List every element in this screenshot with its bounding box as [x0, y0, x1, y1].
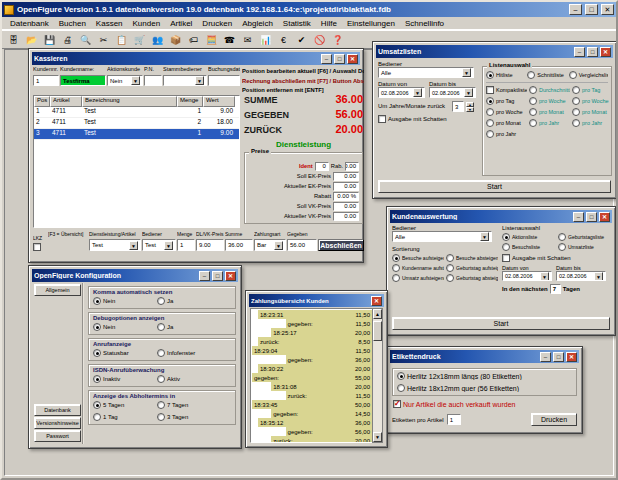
toolbar-icon[interactable]: ☎: [221, 32, 238, 48]
list-item[interactable]: zurück:8,50: [252, 337, 372, 346]
list-item[interactable]: 18:30:2220,00: [252, 364, 372, 373]
scroll-down-icon[interactable]: ▼: [373, 432, 382, 442]
table-row-selected[interactable]: 3 4711 Test 1 9.00: [34, 129, 239, 140]
chevron-down-icon[interactable]: ▼: [413, 88, 422, 97]
kassieren-titlebar[interactable]: Kassieren – □ ✕: [32, 52, 360, 65]
pro-artikel-field[interactable]: 1: [447, 414, 461, 425]
list-item[interactable]: gegeben:11,50: [252, 319, 372, 328]
minimize-button[interactable]: –: [199, 271, 210, 281]
pn-field[interactable]: [144, 75, 162, 86]
aktueller-vk-field[interactable]: 0.00: [333, 212, 359, 221]
menu-item[interactable]: Hilfe: [316, 18, 342, 29]
menu-item[interactable]: Artikel: [165, 18, 197, 29]
list-item[interactable]: gegeben:55,00: [252, 373, 372, 382]
kundenauswertung-titlebar[interactable]: Kundenauswertung – □ ✕: [390, 210, 612, 223]
radio-option[interactable]: Ja: [157, 323, 217, 331]
list-item[interactable]: 18:31:0820,00: [252, 382, 372, 391]
list-item[interactable]: 18:29:0411,50: [252, 346, 372, 355]
payment-list[interactable]: 18:23:3111,50 gegeben:11,50 18:25:1720,0…: [250, 308, 374, 443]
lkz-checkbox[interactable]: [33, 243, 41, 251]
sort-option[interactable]: Besuche aufsteigend: [392, 254, 444, 262]
menu-item[interactable]: Kunden: [128, 18, 166, 29]
maximize-button[interactable]: □: [212, 271, 223, 281]
radio-format-quer[interactable]: Herlitz 18x12mm quer (56 Etiketten): [397, 384, 572, 392]
radio-option[interactable]: 1 Tag: [93, 413, 153, 421]
maximize-button[interactable]: □: [586, 212, 597, 222]
start-button[interactable]: Start: [392, 317, 610, 330]
chevron-down-icon[interactable]: ▼: [274, 241, 283, 250]
radio-format-laengs[interactable]: Herlitz 12x18mm längs (80 Etiketten): [397, 372, 572, 380]
list-item[interactable]: 18:33:4550,00: [252, 400, 372, 409]
jahre-zurueck-field[interactable]: 3: [452, 101, 464, 112]
zahlungsuebersicht-titlebar[interactable]: Zahlungsübersicht Kunden ✕: [249, 294, 384, 307]
maximize-button[interactable]: □: [334, 54, 345, 64]
bediener-select[interactable]: Alle▼: [392, 231, 492, 242]
app-minimize-button[interactable]: –: [569, 4, 582, 15]
konfiguration-titlebar[interactable]: OpenFigure Konfiguration – □ ✕: [32, 269, 238, 282]
start-button[interactable]: Start: [378, 180, 611, 193]
radio-pro-monat[interactable]: pro Monat: [486, 119, 527, 127]
summe-field[interactable]: 36.00: [225, 239, 253, 251]
toolbar-icon[interactable]: 🖨: [59, 32, 76, 48]
ident-field[interactable]: 0: [315, 162, 329, 171]
chevron-down-icon[interactable]: ▼: [594, 272, 603, 281]
list-item[interactable]: zurück:11,50: [252, 391, 372, 400]
table-row[interactable]: 1 4711 Test 1 9.00: [34, 107, 239, 118]
minimize-button[interactable]: –: [574, 47, 585, 57]
nur-verkauft-checkbox[interactable]: Nur Artikel die auch verkauft wurden: [393, 400, 576, 408]
radio-option[interactable]: Aktiv: [157, 375, 217, 383]
scroll-up-icon[interactable]: ▲: [373, 309, 382, 319]
chevron-down-icon[interactable]: ▼: [462, 68, 471, 77]
schatten-checkbox[interactable]: Ausgabe mit Schatten: [502, 254, 612, 262]
chevron-down-icon[interactable]: ▼: [164, 241, 173, 250]
radio-pro-tag[interactable]: pro Tag: [486, 97, 527, 105]
datum-von-select[interactable]: 02.08.2006▼: [502, 271, 552, 281]
radio-option[interactable]: Statusbar: [93, 349, 153, 357]
toolbar-icon[interactable]: 💾: [41, 32, 58, 48]
toolbar-icon[interactable]: 📊: [257, 32, 274, 48]
sort-option[interactable]: Besuche absteigend: [446, 254, 498, 262]
datum-bis-select[interactable]: 02.08.2006▼: [429, 87, 476, 98]
sidebar-item-passwort[interactable]: Passwort: [34, 430, 81, 442]
list-option[interactable]: Umsatzliste: [558, 243, 612, 251]
table-row[interactable]: 2 4711 Test 2 18.00: [34, 118, 239, 129]
close-button[interactable]: ✕: [225, 271, 236, 281]
schatten-checkbox[interactable]: Ausgabe mit Schatten: [378, 115, 478, 123]
kundenname-field[interactable]: Testfirma: [60, 75, 106, 86]
toolbar-icon[interactable]: 🔍: [77, 32, 94, 48]
menu-item[interactable]: Drucken: [197, 18, 237, 29]
scrollbar[interactable]: ▲ ▼: [372, 308, 383, 443]
chevron-down-icon[interactable]: ▼: [129, 241, 138, 250]
kundennr-field[interactable]: 1: [33, 75, 59, 86]
app-titlebar[interactable]: OpenFigure Version 1.9.1 datenbankversio…: [2, 2, 616, 17]
maximize-button[interactable]: □: [553, 352, 564, 362]
radio-option[interactable]: 5 Tagen: [93, 401, 153, 409]
toolbar-icon[interactable]: ❓: [329, 32, 346, 48]
toolbar-icon[interactable]: ✂: [95, 32, 112, 48]
soll-ek-field[interactable]: 0.00: [333, 172, 359, 181]
menu-item[interactable]: Einstellungen: [342, 18, 400, 29]
menu-item[interactable]: Abgleich: [237, 18, 278, 29]
aktueller-ek-field[interactable]: 0.00: [333, 182, 359, 191]
position-table[interactable]: Pos Artikel Bezeichnung Menge Wert 1 471…: [33, 95, 240, 228]
minimize-button[interactable]: –: [540, 352, 551, 362]
menu-item[interactable]: Buchen: [54, 18, 91, 29]
kompaktliste-checkbox[interactable]: Kompaktliste: [486, 86, 527, 94]
scrollbar-thumb[interactable]: [373, 321, 382, 341]
sidebar-item-allgemein[interactable]: Allgemein: [34, 284, 81, 296]
toolbar-icon[interactable]: ✉: [239, 32, 256, 48]
menu-item[interactable]: Statistik: [278, 18, 316, 29]
radio-option[interactable]: Inaktiv: [93, 375, 153, 383]
gegeben-field[interactable]: 56.00: [287, 239, 317, 251]
app-close-button[interactable]: ✕: [601, 4, 614, 15]
aktionskunde-select[interactable]: Nein▼: [107, 75, 143, 86]
close-button[interactable]: ✕: [600, 47, 611, 57]
toolbar-icon[interactable]: €: [275, 32, 292, 48]
toolbar-icon[interactable]: 🧮: [203, 32, 220, 48]
spinner-buttons[interactable]: ▲▼: [466, 102, 474, 112]
toolbar-icon[interactable]: 👥: [149, 32, 166, 48]
radio-vergleichsliste[interactable]: Vergleichsliste: [569, 71, 608, 79]
sort-option[interactable]: Geburtstag absteigend: [446, 274, 498, 282]
toolbar-icon[interactable]: 📦: [167, 32, 184, 48]
list-item[interactable]: 18:35:1236,00: [252, 418, 372, 427]
